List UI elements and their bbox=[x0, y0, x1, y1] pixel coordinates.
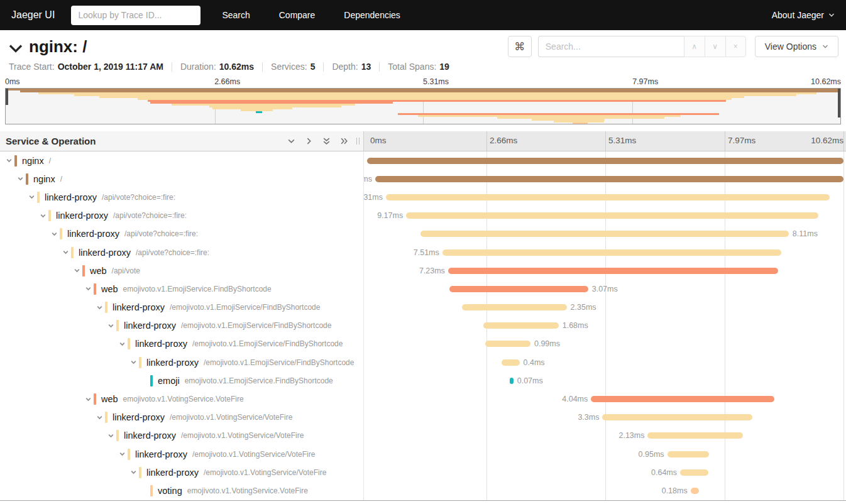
chevron-down-icon[interactable] bbox=[5, 157, 13, 164]
span-timeline-cell[interactable]: 3.3ms bbox=[364, 408, 846, 427]
span-duration-bar[interactable] bbox=[420, 231, 789, 237]
span-tree-cell[interactable]: nginx/ bbox=[0, 151, 364, 170]
span-row[interactable]: linkerd-proxy/emojivoto.v1.VotingService… bbox=[0, 445, 846, 463]
span-tree-cell[interactable]: linkerd-proxy/emojivoto.v1.VotingService… bbox=[0, 445, 364, 463]
chevron-down-icon[interactable] bbox=[84, 285, 92, 292]
span-timeline-cell[interactable]: 1.68ms bbox=[364, 317, 846, 335]
span-duration-bar[interactable] bbox=[647, 432, 743, 439]
span-tree-cell[interactable]: webemojivoto.v1.EmojiService.FindByShort… bbox=[0, 280, 364, 298]
span-duration-bar[interactable] bbox=[442, 249, 782, 256]
span-timeline-cell[interactable]: 9.17ms bbox=[364, 207, 846, 225]
span-duration-bar[interactable] bbox=[602, 414, 752, 420]
span-duration-bar[interactable] bbox=[462, 304, 567, 310]
span-tree-cell[interactable]: emojiemojivoto.v1.EmojiService.FindBySho… bbox=[0, 371, 364, 390]
span-timeline-cell[interactable]: 0.95ms bbox=[364, 445, 846, 463]
chevron-down-icon[interactable] bbox=[28, 194, 36, 200]
collapse-trace-chevron-icon[interactable] bbox=[9, 43, 23, 53]
span-duration-bar[interactable] bbox=[502, 359, 520, 366]
span-timeline-cell[interactable]: 4.04ms bbox=[364, 390, 846, 408]
trace-id-lookup-input[interactable] bbox=[71, 6, 201, 25]
chevron-down-icon[interactable] bbox=[118, 451, 126, 457]
span-tree-cell[interactable]: linkerd-proxy/emojivoto.v1.EmojiService/… bbox=[0, 353, 364, 371]
span-tree-cell[interactable]: linkerd-proxy/api/vote?choice=:fire: bbox=[0, 243, 364, 261]
span-timeline-cell[interactable]: 0.18ms bbox=[364, 481, 846, 500]
chevron-down-icon[interactable] bbox=[96, 304, 104, 311]
span-tree-cell[interactable]: webemojivoto.v1.VotingService.VoteFire bbox=[0, 390, 364, 408]
span-tree-cell[interactable]: nginx/ bbox=[0, 170, 364, 188]
nav-link-compare[interactable]: Compare bbox=[279, 10, 316, 20]
span-duration-bar[interactable] bbox=[667, 451, 710, 457]
chevron-down-icon[interactable] bbox=[16, 175, 25, 182]
search-prev-button[interactable]: ∧ bbox=[684, 36, 705, 57]
span-timeline-cell[interactable]: 0.4ms bbox=[364, 353, 846, 371]
expand-one-icon[interactable] bbox=[305, 137, 313, 145]
span-row[interactable]: linkerd-proxy/emojivoto.v1.EmojiService/… bbox=[0, 353, 846, 371]
span-timeline-cell[interactable]: ms bbox=[364, 170, 846, 188]
minimap-left-scrubber-handle[interactable] bbox=[6, 89, 8, 105]
span-tree-cell[interactable]: votingemojivoto.v1.VotingService.VoteFir… bbox=[0, 481, 364, 500]
chevron-down-icon[interactable] bbox=[39, 212, 47, 219]
span-duration-bar[interactable] bbox=[691, 488, 700, 494]
span-duration-bar[interactable] bbox=[448, 268, 778, 274]
span-duration-bar[interactable] bbox=[375, 176, 843, 182]
span-timeline-cell[interactable]: 0.99ms bbox=[364, 335, 846, 353]
minimap-right-scrubber-handle[interactable] bbox=[838, 89, 840, 118]
span-tree-cell[interactable]: linkerd-proxy/emojivoto.v1.VotingService… bbox=[0, 408, 364, 427]
span-duration-bar[interactable] bbox=[483, 322, 559, 329]
span-timeline-cell[interactable]: 2.35ms bbox=[364, 299, 846, 317]
chevron-down-icon[interactable] bbox=[96, 414, 104, 421]
chevron-down-icon[interactable] bbox=[129, 359, 138, 366]
span-row[interactable]: emojiemojivoto.v1.EmojiService.FindBySho… bbox=[0, 371, 846, 390]
chevron-down-icon[interactable] bbox=[50, 231, 58, 238]
chevron-down-icon[interactable] bbox=[118, 341, 126, 348]
span-tree-cell[interactable]: linkerd-proxy/api/vote?choice=:fire: bbox=[0, 207, 364, 225]
search-clear-button[interactable]: × bbox=[725, 36, 746, 57]
span-tree-cell[interactable]: linkerd-proxy/emojivoto.v1.VotingService… bbox=[0, 427, 364, 445]
span-duration-bar[interactable] bbox=[485, 341, 530, 347]
chevron-down-icon[interactable] bbox=[107, 432, 115, 439]
span-timeline-cell[interactable]: 0.64ms bbox=[364, 463, 846, 481]
span-row[interactable]: linkerd-proxy/emojivoto.v1.VotingService… bbox=[0, 427, 846, 445]
span-tree-cell[interactable]: linkerd-proxy/api/vote?choice=:fire: bbox=[0, 225, 364, 243]
span-search-input[interactable] bbox=[538, 36, 684, 57]
expand-all-icon[interactable] bbox=[340, 137, 348, 145]
span-timeline-cell[interactable]: 2.13ms bbox=[364, 427, 846, 445]
span-timeline-cell[interactable]: 0.07ms bbox=[364, 371, 846, 390]
collapse-one-icon[interactable] bbox=[287, 137, 295, 145]
about-jaeger-menu[interactable]: About Jaeger bbox=[772, 10, 835, 20]
nav-link-dependencies[interactable]: Dependencies bbox=[344, 10, 400, 20]
span-tree-cell[interactable]: linkerd-proxy/emojivoto.v1.EmojiService/… bbox=[0, 317, 364, 335]
span-duration-bar[interactable] bbox=[406, 212, 818, 219]
span-timeline-cell[interactable]: 7.51ms bbox=[364, 243, 846, 261]
span-row[interactable]: linkerd-proxy/emojivoto.v1.VotingService… bbox=[0, 408, 846, 427]
span-timeline-cell[interactable]: 8.11ms bbox=[364, 225, 846, 243]
span-duration-bar[interactable] bbox=[510, 378, 513, 384]
span-row[interactable]: nginx/ms bbox=[0, 170, 846, 188]
span-row[interactable]: linkerd-proxy/api/vote?choice=:fire:8.11… bbox=[0, 225, 846, 243]
chevron-down-icon[interactable] bbox=[84, 396, 92, 403]
chevron-down-icon[interactable] bbox=[62, 249, 70, 256]
span-timeline-cell[interactable]: 3.07ms bbox=[364, 280, 846, 298]
span-row[interactable]: nginx/ bbox=[0, 151, 846, 170]
span-row[interactable]: linkerd-proxy/api/vote?choice=:fire:7.51… bbox=[0, 243, 846, 261]
span-row[interactable]: linkerd-proxy/emojivoto.v1.EmojiService/… bbox=[0, 335, 846, 353]
span-tree-cell[interactable]: linkerd-proxy/api/vote?choice=:fire: bbox=[0, 188, 364, 206]
chevron-down-icon[interactable] bbox=[107, 322, 115, 329]
span-row[interactable]: linkerd-proxy/emojivoto.v1.EmojiService/… bbox=[0, 317, 846, 335]
span-duration-bar[interactable] bbox=[449, 286, 588, 292]
span-row[interactable]: web/api/vote7.23ms bbox=[0, 261, 846, 280]
span-tree-cell[interactable]: web/api/vote bbox=[0, 261, 364, 280]
app-brand[interactable]: Jaeger UI bbox=[11, 9, 55, 21]
chevron-down-icon[interactable] bbox=[129, 469, 138, 476]
span-duration-bar[interactable] bbox=[367, 158, 843, 164]
span-row[interactable]: webemojivoto.v1.EmojiService.FindByShort… bbox=[0, 280, 846, 298]
span-timeline-cell[interactable] bbox=[364, 151, 846, 170]
view-options-button[interactable]: View Options bbox=[755, 36, 838, 57]
search-next-button[interactable]: ∨ bbox=[705, 36, 725, 57]
minimap-canvas[interactable] bbox=[5, 88, 841, 124]
collapse-all-icon[interactable] bbox=[322, 137, 331, 145]
span-row[interactable]: votingemojivoto.v1.VotingService.VoteFir… bbox=[0, 481, 846, 500]
span-row[interactable]: linkerd-proxy/api/vote?choice=:fire:31ms bbox=[0, 188, 846, 206]
span-tree-cell[interactable]: linkerd-proxy/emojivoto.v1.EmojiService/… bbox=[0, 335, 364, 353]
span-tree-cell[interactable]: linkerd-proxy/emojivoto.v1.EmojiService/… bbox=[0, 299, 364, 317]
